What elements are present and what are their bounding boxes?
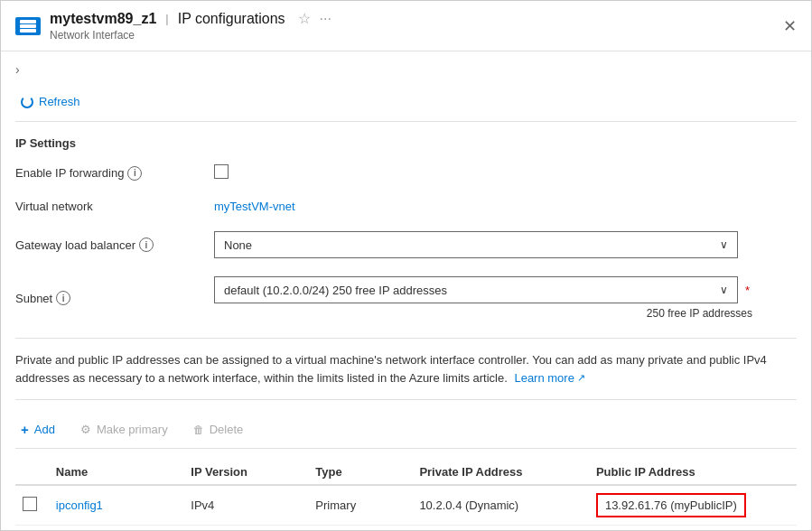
gateway-lb-select[interactable]: None ∨: [214, 231, 738, 258]
col-header-ip-version: IP Version: [183, 460, 308, 485]
subnet-row: Subnet i default (10.2.0.0/24) 250 free …: [15, 276, 797, 320]
learn-more-link[interactable]: Learn more ↗: [514, 369, 584, 387]
virtual-network-link[interactable]: myTestVM-vnet: [214, 200, 295, 213]
delete-icon: 🗑: [193, 424, 204, 436]
col-header-type: Type: [308, 460, 412, 485]
enable-forwarding-control: [214, 164, 797, 182]
delete-label: Delete: [210, 423, 244, 436]
enable-forwarding-label: Enable IP forwarding i: [15, 166, 214, 181]
ip-configs-table: Name IP Version Type Private IP Address …: [15, 460, 797, 526]
subnet-chevron-icon: ∨: [720, 284, 728, 296]
external-link-icon: ↗: [577, 370, 585, 386]
table-header-row: Name IP Version Type Private IP Address …: [15, 460, 797, 485]
gateway-lb-row: Gateway load balancer i None ∨: [15, 231, 797, 258]
resource-type-label: Network Interface: [50, 29, 331, 42]
subnet-control: default (10.2.0.0/24) 250 free IP addres…: [214, 276, 797, 320]
enable-forwarding-row: Enable IP forwarding i: [15, 164, 797, 182]
subnet-info-icon[interactable]: i: [56, 291, 70, 305]
section-title: IP Settings: [15, 136, 797, 150]
title-bar: mytestvm89_z1 | IP configurations ☆ ··· …: [1, 1, 811, 51]
refresh-button[interactable]: Refresh: [15, 91, 86, 112]
public-ip-value: 13.92.61.76 (myPublicIP): [596, 493, 746, 517]
row-type-cell: Primary: [308, 485, 412, 526]
title-text-area: mytestvm89_z1 | IP configurations ☆ ··· …: [50, 10, 331, 42]
row-name-cell: ipconfig1: [49, 485, 184, 526]
ipconfig-link[interactable]: ipconfig1: [56, 498, 103, 512]
add-button[interactable]: + Add: [15, 418, 61, 441]
gateway-lb-value: None: [224, 238, 252, 252]
ip-settings-section: IP Settings Enable IP forwarding i Virtu…: [15, 136, 797, 320]
make-primary-icon: ⚙: [80, 423, 91, 436]
col-header-name: Name: [49, 460, 184, 485]
toolbar: Refresh: [15, 82, 797, 122]
row-checkbox-cell: [15, 485, 49, 526]
close-button[interactable]: ✕: [783, 16, 797, 36]
gateway-lb-control: None ∨: [214, 231, 797, 258]
title-divider: |: [165, 12, 168, 25]
refresh-icon: [21, 96, 33, 108]
row-public-ip-cell: 13.92.61.76 (myPublicIP): [589, 485, 797, 526]
col-header-checkbox: [15, 460, 49, 485]
page-title: IP configurations: [178, 11, 285, 27]
svg-rect-0: [20, 20, 36, 23]
virtual-network-label: Virtual network: [15, 200, 214, 213]
make-primary-label: Make primary: [97, 423, 168, 436]
refresh-label: Refresh: [39, 95, 80, 108]
subnet-value: default (10.2.0.0/24) 250 free IP addres…: [224, 284, 447, 297]
col-header-private-ip: Private IP Address: [412, 460, 589, 485]
subnet-required-star: *: [745, 284, 750, 297]
row-ip-version-cell: IPv4: [183, 485, 308, 526]
info-box-text: Private and public IP addresses can be a…: [15, 353, 767, 385]
action-bar: + Add ⚙ Make primary 🗑 Delete: [15, 411, 797, 449]
svg-rect-1: [20, 24, 36, 28]
info-box: Private and public IP addresses can be a…: [15, 338, 797, 400]
content-area: › Refresh IP Settings Enable IP forwardi…: [1, 51, 811, 530]
virtual-network-control: myTestVM-vnet: [214, 200, 797, 213]
main-window: mytestvm89_z1 | IP configurations ☆ ··· …: [0, 0, 812, 531]
table-row: ipconfig1 IPv4 Primary 10.2.0.4 (Dynamic…: [15, 485, 797, 526]
resource-name: mytestvm89_z1: [50, 11, 156, 27]
virtual-network-row: Virtual network myTestVM-vnet: [15, 200, 797, 213]
col-header-public-ip: Public IP Address: [589, 460, 797, 485]
subnet-label: Subnet i: [15, 291, 214, 305]
svg-rect-2: [20, 29, 36, 33]
make-primary-button[interactable]: ⚙ Make primary: [75, 419, 173, 440]
gateway-lb-chevron-icon: ∨: [720, 238, 728, 251]
gateway-lb-label: Gateway load balancer i: [15, 238, 214, 252]
enable-forwarding-info-icon[interactable]: i: [127, 166, 142, 181]
favorite-icon[interactable]: ☆: [298, 10, 311, 27]
more-options-icon[interactable]: ···: [320, 11, 331, 27]
add-label: Add: [34, 423, 55, 436]
resource-icon: [15, 17, 41, 35]
row-private-ip-cell: 10.2.0.4 (Dynamic): [412, 485, 589, 526]
subnet-select[interactable]: default (10.2.0.0/24) 250 free IP addres…: [214, 276, 738, 303]
delete-button[interactable]: 🗑 Delete: [188, 419, 249, 440]
add-icon: +: [21, 422, 29, 437]
learn-more-label: Learn more: [514, 369, 574, 387]
free-ip-note: 250 free IP addresses: [214, 307, 752, 320]
enable-forwarding-checkbox[interactable]: [214, 164, 229, 179]
gateway-lb-info-icon[interactable]: i: [139, 238, 154, 252]
row-select-checkbox[interactable]: [23, 497, 37, 511]
expand-nav-icon[interactable]: ›: [15, 55, 20, 77]
